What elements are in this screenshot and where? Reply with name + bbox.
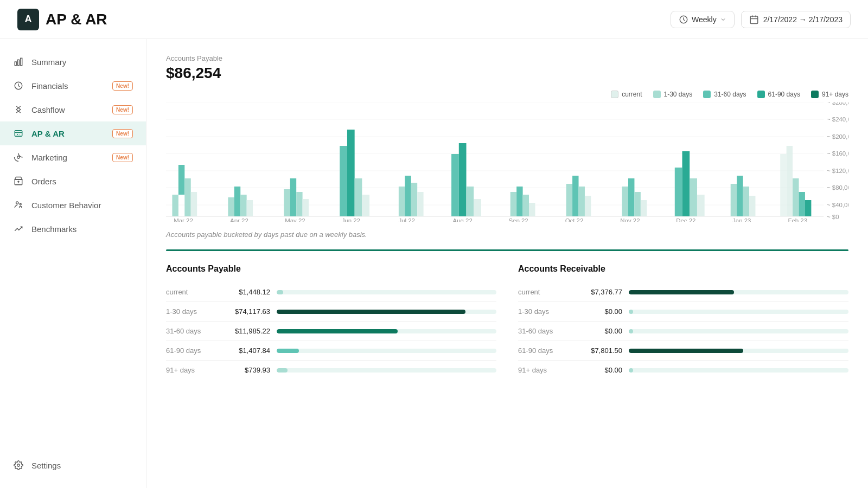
content-area: Accounts Payable $86,254 current 1-30 da… — [146, 39, 868, 488]
new-badge-financials: New! — [112, 81, 133, 91]
benchmarks-icon — [13, 223, 24, 234]
ar-row-91plus: 91+ days $0.00 — [518, 361, 848, 380]
section-divider — [166, 249, 848, 251]
svg-rect-58 — [529, 203, 535, 216]
svg-rect-65 — [634, 192, 640, 216]
svg-point-10 — [17, 156, 20, 159]
ar-bar-1-30 — [629, 310, 848, 314]
svg-rect-43 — [340, 146, 347, 216]
svg-rect-36 — [234, 187, 240, 216]
svg-rect-56 — [516, 187, 522, 216]
svg-text:Sep 22: Sep 22 — [508, 218, 528, 222]
svg-rect-59 — [566, 184, 572, 216]
ap-bar-31-60 — [277, 329, 496, 333]
svg-rect-61 — [579, 187, 585, 216]
new-badge-apar: New! — [112, 129, 133, 138]
svg-rect-40 — [290, 178, 296, 216]
svg-text:Jan 23: Jan 23 — [732, 218, 751, 222]
cashflow-icon — [13, 104, 24, 115]
sidebar-item-cashflow[interactable]: Cashflow New! — [0, 98, 146, 121]
chart-note: Accounts payable bucketed by days past d… — [166, 230, 848, 239]
sidebar-item-settings[interactable]: Settings — [0, 453, 146, 477]
svg-rect-78 — [799, 192, 805, 216]
sidebar-item-summary[interactable]: Summary — [0, 50, 146, 74]
main-layout: Summary Financials New! Cashflow New! — [0, 39, 868, 488]
svg-rect-41 — [296, 192, 302, 216]
new-badge-marketing: New! — [112, 153, 133, 162]
ap-row-current: current $1,448.12 — [166, 282, 496, 302]
chart-container: ~ $280,000 ~ $240,000 ~ $200,000 ~ $160,… — [166, 102, 848, 222]
ar-row-current: current $7,376.77 — [518, 282, 848, 302]
customer-behavior-icon — [13, 200, 24, 210]
legend-dot-61-90 — [757, 91, 765, 98]
svg-rect-66 — [641, 200, 647, 216]
svg-text:May 22: May 22 — [285, 218, 305, 222]
period-selector[interactable]: Weekly — [671, 11, 735, 28]
svg-text:Oct 22: Oct 22 — [565, 218, 584, 222]
legend-1-30: 1-30 days — [653, 91, 693, 98]
ap-amount: $86,254 — [166, 65, 848, 82]
sidebar-item-orders[interactable]: Orders — [0, 169, 146, 193]
marketing-icon — [13, 152, 24, 163]
chevron-down-icon — [720, 16, 726, 23]
svg-rect-57 — [523, 195, 529, 216]
svg-rect-31 — [172, 195, 178, 216]
tables-row: Accounts Payable current $1,448.12 1-30 … — [166, 264, 848, 380]
svg-point-14 — [17, 464, 20, 467]
svg-rect-62 — [585, 196, 591, 216]
sidebar-item-financials[interactable]: Financials New! — [0, 74, 146, 98]
sidebar-item-apar[interactable]: AP & AR New! — [0, 121, 146, 145]
sidebar-item-customer-behavior[interactable]: Customer Behavior — [0, 193, 146, 217]
svg-text:Nov 22: Nov 22 — [620, 218, 640, 222]
svg-rect-79 — [805, 200, 811, 216]
ap-label: Accounts Payable — [166, 54, 848, 62]
svg-rect-76 — [787, 146, 793, 216]
sidebar-label-customer-behavior: Customer Behavior — [31, 201, 101, 210]
svg-rect-37 — [240, 195, 246, 216]
svg-rect-64 — [628, 178, 634, 216]
svg-text:Aug 22: Aug 22 — [453, 218, 473, 222]
svg-point-12 — [16, 202, 19, 204]
date-range-label: 2/17/2022 → 2/17/2023 — [763, 15, 843, 24]
ap-table-title: Accounts Payable — [166, 264, 496, 274]
ar-bar-91plus — [629, 368, 848, 373]
ar-table-section: Accounts Receivable current $7,376.77 1-… — [518, 264, 848, 380]
svg-rect-9 — [15, 131, 22, 137]
svg-text:Feb 23: Feb 23 — [788, 218, 807, 222]
legend-91plus: 91+ days — [811, 91, 848, 98]
financials-icon — [13, 80, 24, 91]
svg-rect-63 — [622, 187, 628, 216]
ap-bar-91plus — [277, 368, 496, 373]
ap-row-31-60: 31-60 days $11,985.22 — [166, 322, 496, 341]
ap-bar-1-30 — [277, 310, 496, 314]
svg-rect-45 — [355, 178, 362, 216]
ap-row-91plus: 91+ days $739.93 — [166, 361, 496, 380]
sidebar-item-marketing[interactable]: Marketing New! — [0, 145, 146, 169]
svg-text:Jun 22: Jun 22 — [342, 218, 360, 222]
svg-rect-70 — [697, 195, 705, 216]
sidebar-item-benchmarks[interactable]: Benchmarks — [0, 217, 146, 241]
svg-text:~ $280,000: ~ $280,000 — [827, 102, 848, 106]
svg-rect-46 — [362, 195, 369, 216]
sidebar-label-financials: Financials — [31, 81, 68, 91]
svg-rect-74 — [749, 196, 755, 216]
svg-rect-35 — [228, 197, 234, 216]
svg-text:Dec 22: Dec 22 — [676, 218, 695, 222]
legend-dot-1-30 — [653, 91, 661, 98]
svg-rect-73 — [743, 187, 749, 216]
ar-row-31-60: 31-60 days $0.00 — [518, 322, 848, 341]
ar-row-1-30: 1-30 days $0.00 — [518, 302, 848, 322]
apar-icon — [13, 128, 24, 139]
svg-text:~ $40,000: ~ $40,000 — [827, 202, 848, 208]
legend-31-60: 31-60 days — [703, 91, 746, 98]
svg-text:~ $200,000: ~ $200,000 — [827, 134, 848, 140]
svg-rect-49 — [411, 183, 417, 216]
svg-rect-71 — [731, 184, 737, 216]
settings-icon — [13, 460, 24, 471]
sidebar-label-benchmarks: Benchmarks — [31, 224, 76, 234]
date-range-selector[interactable]: 2/17/2022 → 2/17/2023 — [741, 11, 851, 28]
ap-header: Accounts Payable $86,254 — [166, 54, 848, 82]
legend-dot-current — [611, 91, 618, 98]
ap-bar-current — [277, 290, 496, 294]
svg-rect-34 — [191, 192, 197, 216]
